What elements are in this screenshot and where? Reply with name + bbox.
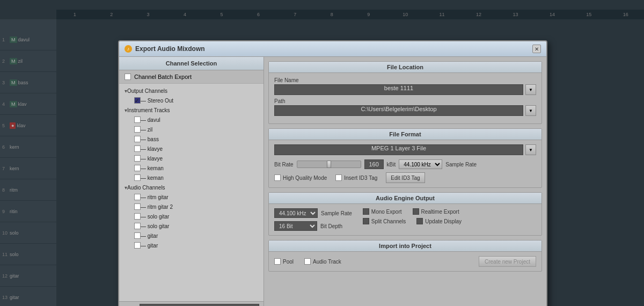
path-label: Path bbox=[274, 98, 536, 104]
sample-rate-label: Sample Rate bbox=[445, 162, 477, 167]
filter-row: Filter bbox=[119, 301, 264, 306]
pool-checkbox[interactable] bbox=[274, 258, 281, 265]
file-location-header: File Location bbox=[269, 62, 541, 73]
slider-thumb bbox=[327, 161, 331, 168]
ae-bit-depth-row: 16 Bit 24 Bit 32 Bit Bit Depth bbox=[274, 221, 352, 231]
channel-klavye-2: — klavye bbox=[119, 154, 264, 163]
right-panel: File Location File Name beste 1111 ▼ Pat… bbox=[264, 57, 546, 306]
keman2-checkbox[interactable] bbox=[134, 174, 141, 181]
stereo-out-checkbox[interactable]: ✓ bbox=[134, 97, 141, 104]
filename-input-row: beste 1111 ▼ bbox=[274, 84, 536, 95]
channel-keman-1: — keman bbox=[119, 163, 264, 173]
create-new-project-button[interactable]: Create new Project bbox=[479, 256, 536, 267]
file-format-body: MPEG 1 Layer 3 File ▼ Bit Rate kBit 44.1… bbox=[269, 140, 541, 187]
file-format-header: File Format bbox=[269, 129, 541, 140]
split-channels-label: Split Channels bbox=[371, 218, 406, 224]
path-input[interactable]: C:\Users\Belgelerim\Desktop bbox=[274, 105, 523, 116]
ae-sample-rate-select[interactable]: 44.100 kHz 48.000 kHz bbox=[274, 208, 318, 218]
gitar1-checkbox[interactable] bbox=[134, 232, 141, 239]
solo-gitar1-checkbox[interactable] bbox=[134, 213, 141, 220]
sample-rate-select[interactable]: 44.100 kHz 48.000 kHz 96.000 kHz bbox=[399, 159, 442, 169]
split-channels-option: Split Channels bbox=[363, 218, 406, 224]
high-quality-label: High Quality Mode bbox=[283, 175, 327, 181]
ritm-gitar2-checkbox[interactable] bbox=[134, 203, 141, 210]
file-location-body: File Name beste 1111 ▼ Path C:\Users\Bel… bbox=[269, 73, 541, 123]
channel-zil: — zil bbox=[119, 125, 264, 134]
gitar2-checkbox[interactable] bbox=[134, 242, 141, 249]
edit-id3-button[interactable]: Edit ID3 Tag bbox=[386, 172, 425, 183]
format-select-row: MPEG 1 Layer 3 File ▼ bbox=[274, 144, 536, 155]
split-channels-checkbox[interactable] bbox=[363, 218, 369, 224]
group-output-channels: ▾ Output Channels bbox=[119, 86, 264, 96]
dialog-titlebar: ♪ Export Audio Mixdown ✕ bbox=[119, 41, 546, 57]
update-display-option: Update Display bbox=[416, 218, 462, 224]
format-dropdown-btn[interactable]: ▼ bbox=[525, 144, 536, 155]
bitrate-unit: kBit bbox=[387, 162, 396, 167]
zil-checkbox[interactable] bbox=[134, 126, 141, 133]
filter-input[interactable] bbox=[140, 304, 259, 306]
channel-gitar-1: — gitar bbox=[119, 231, 264, 241]
import-header: Import into Project bbox=[269, 241, 541, 252]
bitrate-slider[interactable] bbox=[297, 161, 361, 168]
dialog-body: Channel Selection Channel Batch Export ▾… bbox=[119, 57, 546, 306]
filename-row: File Name beste 1111 ▼ bbox=[274, 77, 536, 95]
dialog-title-area: ♪ Export Audio Mixdown bbox=[125, 45, 205, 53]
insert-id3-item: Insert ID3 Tag bbox=[335, 174, 377, 181]
audio-engine-header: Audio Engine Output bbox=[269, 193, 541, 204]
audio-track-checkbox[interactable] bbox=[304, 258, 311, 265]
bitrate-value-input[interactable] bbox=[364, 159, 384, 169]
realtime-export-checkbox[interactable] bbox=[413, 208, 419, 215]
filename-dropdown-btn[interactable]: ▼ bbox=[525, 84, 536, 95]
bitrate-label: Bit Rate bbox=[274, 162, 294, 167]
batch-export-label: Channel Batch Export bbox=[134, 74, 192, 80]
high-quality-item: High Quality Mode bbox=[274, 174, 327, 181]
klavye2-checkbox[interactable] bbox=[134, 155, 141, 162]
dialog-close-button[interactable]: ✕ bbox=[532, 45, 541, 53]
ritm-gitar-checkbox[interactable] bbox=[134, 194, 141, 200]
batch-export-checkbox[interactable] bbox=[125, 74, 131, 80]
import-section: Import into Project Pool Audio Track Cre… bbox=[268, 240, 542, 272]
dialog-title-text: Export Audio Mixdown bbox=[135, 45, 205, 53]
ae-bit-depth-label: Bit Depth bbox=[320, 223, 342, 229]
keman1-checkbox[interactable] bbox=[134, 165, 141, 171]
path-row: Path C:\Users\Belgelerim\Desktop ▼ bbox=[274, 98, 536, 116]
channel-solo-gitar-1: — solo gitar bbox=[119, 212, 264, 221]
bitrate-row: Bit Rate kBit 44.100 kHz 48.000 kHz 96.0… bbox=[274, 159, 536, 169]
channel-stereo-out: ✓ — Stereo Out bbox=[119, 96, 264, 105]
path-input-row: C:\Users\Belgelerim\Desktop ▼ bbox=[274, 105, 536, 116]
file-location-section: File Location File Name beste 1111 ▼ Pat… bbox=[268, 61, 542, 124]
mono-export-checkbox[interactable] bbox=[363, 208, 369, 215]
filename-input[interactable]: beste 1111 bbox=[274, 84, 523, 95]
format-input[interactable]: MPEG 1 Layer 3 File bbox=[274, 144, 523, 155]
update-display-checkbox[interactable] bbox=[416, 218, 423, 224]
mono-export-label: Mono Export bbox=[371, 209, 402, 215]
realtime-export-label: Realtime Export bbox=[421, 209, 459, 215]
pool-option: Pool bbox=[274, 258, 294, 265]
channel-bass: — bass bbox=[119, 134, 264, 144]
solo-gitar2-checkbox[interactable] bbox=[134, 223, 141, 229]
format-options-row: High Quality Mode Insert ID3 Tag Edit ID… bbox=[274, 172, 536, 183]
channel-ritm-gitar: — ritm gitar bbox=[119, 192, 264, 202]
audio-engine-body: 44.100 kHz 48.000 kHz Sample Rate 16 Bit… bbox=[269, 204, 541, 235]
davul-checkbox[interactable] bbox=[134, 116, 141, 123]
audio-track-option: Audio Track bbox=[304, 258, 341, 265]
klavye1-checkbox[interactable] bbox=[134, 145, 141, 152]
channel-ritm-gitar-2: — ritm gitar 2 bbox=[119, 202, 264, 212]
ae-sample-rate-row: 44.100 kHz 48.000 kHz Sample Rate bbox=[274, 208, 352, 218]
ae-bit-depth-select[interactable]: 16 Bit 24 Bit 32 Bit bbox=[274, 221, 317, 231]
bass-checkbox[interactable] bbox=[134, 136, 141, 142]
realtime-export-option: Realtime Export bbox=[413, 208, 459, 215]
pool-label: Pool bbox=[283, 259, 294, 265]
file-format-section: File Format MPEG 1 Layer 3 File ▼ Bit Ra… bbox=[268, 128, 542, 188]
channel-solo-gitar-2: — solo gitar bbox=[119, 221, 264, 231]
insert-id3-checkbox[interactable] bbox=[335, 174, 342, 181]
group-audio-channels: ▾ Audio Channels bbox=[119, 183, 264, 192]
path-dropdown-btn[interactable]: ▼ bbox=[525, 105, 536, 116]
ae-controls-left: 44.100 kHz 48.000 kHz Sample Rate 16 Bit… bbox=[274, 208, 352, 231]
channel-selection-panel: Channel Selection Channel Batch Export ▾… bbox=[119, 57, 264, 306]
filename-label: File Name bbox=[274, 77, 536, 83]
group-instrument-tracks: ▾ Instrument Tracks bbox=[119, 105, 264, 115]
high-quality-checkbox[interactable] bbox=[274, 174, 281, 181]
batch-export-row: Channel Batch Export bbox=[119, 70, 264, 84]
channel-list: ▾ Output Channels ✓ — Stereo Out ▾ Instr… bbox=[119, 84, 264, 301]
